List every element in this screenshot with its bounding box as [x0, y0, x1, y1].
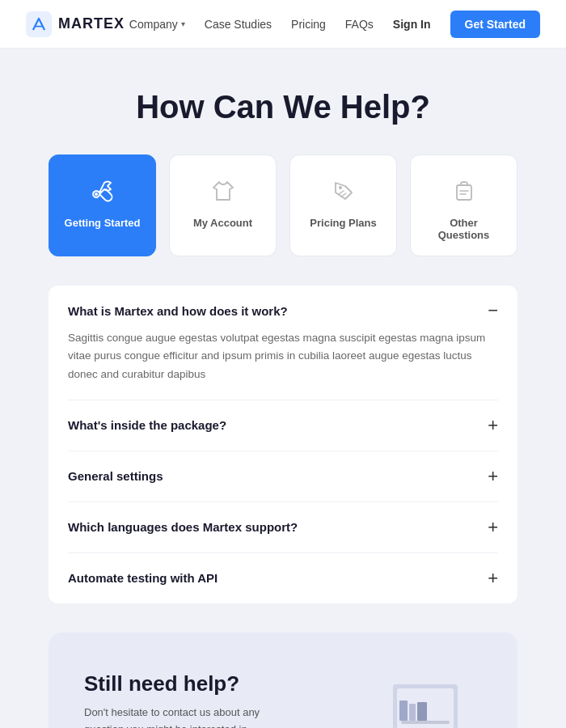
- category-my-account[interactable]: My Account: [169, 154, 277, 256]
- svg-point-2: [339, 186, 342, 189]
- faq-toggle-3: +: [488, 518, 498, 536]
- nav-links: Company ▾ Case Studies Pricing FAQs Sign…: [129, 11, 540, 38]
- support-person-svg: [296, 668, 474, 728]
- svg-point-1: [95, 193, 98, 196]
- category-label-other-questions: Other Questions: [424, 217, 504, 241]
- main-content: How Can We Help? Getting Started My Acco…: [0, 49, 566, 728]
- faq-header-1[interactable]: What's inside the package? +: [68, 417, 498, 434]
- faq-question-0: What is Martex and how does it work?: [68, 304, 288, 318]
- category-getting-started[interactable]: Getting Started: [49, 154, 156, 256]
- faq-toggle-1: +: [488, 417, 498, 434]
- logo-icon: [26, 11, 52, 37]
- svg-rect-0: [26, 11, 52, 37]
- svg-rect-3: [457, 185, 471, 200]
- category-cards: Getting Started My Account Pricing Plans: [49, 154, 517, 256]
- nav-company[interactable]: Company ▾: [129, 18, 185, 31]
- faq-section: What is Martex and how does it work? − S…: [49, 286, 517, 603]
- help-description: Don't hesitate to contact us about any q…: [84, 705, 270, 728]
- help-text: Still need help? Don't hesitate to conta…: [84, 671, 288, 728]
- tools-icon: [85, 173, 120, 209]
- tag-icon: [326, 173, 361, 209]
- faq-answer-0: Sagittis congue augue egestas volutpat e…: [68, 329, 498, 383]
- support-illustration: [288, 668, 482, 728]
- faq-header-3[interactable]: Which languages does Martex support? +: [68, 518, 498, 536]
- faq-item-4: Automate testing with API +: [68, 553, 498, 603]
- faq-header-2[interactable]: General settings +: [68, 468, 498, 485]
- help-title: Still need help?: [84, 671, 288, 696]
- category-label-pricing-plans: Pricing Plans: [310, 217, 376, 229]
- faq-item-0: What is Martex and how does it work? − S…: [68, 286, 498, 400]
- svg-rect-9: [417, 702, 427, 721]
- nav-pricing[interactable]: Pricing: [291, 18, 326, 31]
- chevron-down-icon: ▾: [181, 19, 185, 28]
- faq-toggle-4: +: [488, 569, 498, 587]
- navbar: MARTEX Company ▾ Case Studies Pricing FA…: [0, 0, 566, 49]
- logo: MARTEX: [26, 11, 125, 37]
- faq-item-3: Which languages does Martex support? +: [68, 502, 498, 553]
- faq-header-0[interactable]: What is Martex and how does it work? −: [68, 302, 498, 320]
- faq-question-2: General settings: [68, 469, 163, 483]
- category-label-my-account: My Account: [193, 217, 252, 229]
- nav-sign-in[interactable]: Sign In: [393, 18, 431, 31]
- logo-text: MARTEX: [58, 15, 125, 32]
- faq-question-4: Automate testing with API: [68, 571, 218, 585]
- clipboard-icon: [446, 173, 482, 209]
- nav-faqs[interactable]: FAQs: [345, 18, 374, 31]
- help-section: Still need help? Don't hesitate to conta…: [49, 633, 517, 728]
- faq-toggle-2: +: [488, 468, 498, 485]
- faq-toggle-0: −: [488, 302, 498, 320]
- faq-question-1: What's inside the package?: [68, 418, 226, 432]
- get-started-button[interactable]: Get Started: [450, 11, 540, 38]
- svg-rect-6: [401, 721, 450, 724]
- faq-item-2: General settings +: [68, 451, 498, 502]
- svg-rect-7: [399, 700, 408, 721]
- page-title: How Can We Help?: [49, 89, 517, 125]
- nav-case-studies[interactable]: Case Studies: [205, 18, 272, 31]
- category-other-questions[interactable]: Other Questions: [410, 154, 517, 256]
- shirt-icon: [205, 173, 241, 209]
- faq-header-4[interactable]: Automate testing with API +: [68, 569, 498, 587]
- svg-rect-8: [409, 704, 416, 721]
- faq-item-1: What's inside the package? +: [68, 400, 498, 451]
- faq-question-3: Which languages does Martex support?: [68, 520, 298, 534]
- category-label-getting-started: Getting Started: [65, 217, 141, 229]
- category-pricing-plans[interactable]: Pricing Plans: [289, 154, 397, 256]
